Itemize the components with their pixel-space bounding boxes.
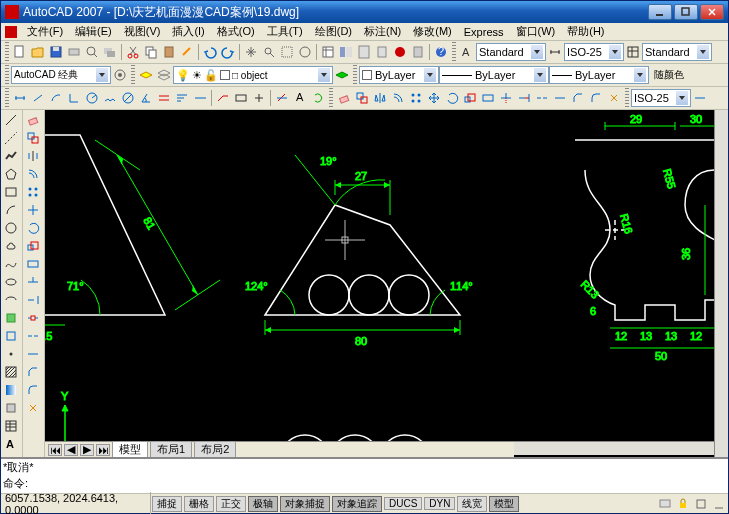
new-icon[interactable]: [11, 43, 29, 61]
explode-icon[interactable]: [605, 89, 623, 107]
centermark-icon[interactable]: [250, 89, 268, 107]
offset-icon[interactable]: [389, 89, 407, 107]
ws-settings-icon[interactable]: [111, 66, 129, 84]
paste-icon[interactable]: [160, 43, 178, 61]
model-canvas[interactable]: 81 71° 2.5: [45, 110, 714, 441]
coords-display[interactable]: 6057.1538, 2024.6413, 0.0000: [1, 492, 151, 515]
stretch2-icon[interactable]: [24, 255, 42, 273]
tab-first-button[interactable]: ⏮: [48, 444, 62, 456]
arc-icon[interactable]: [2, 201, 20, 219]
clean-icon[interactable]: [710, 495, 728, 513]
dimradius-icon[interactable]: [83, 89, 101, 107]
toolbar-handle[interactable]: [329, 88, 333, 108]
dimlinear-icon[interactable]: [11, 89, 29, 107]
pline-icon[interactable]: [2, 147, 20, 165]
dimaligned-icon[interactable]: [29, 89, 47, 107]
toolbar-handle[interactable]: [5, 88, 9, 108]
hatch-icon[interactable]: [2, 363, 20, 381]
menu-view[interactable]: 视图(V): [118, 23, 167, 40]
ortho-toggle[interactable]: 正交: [216, 496, 246, 512]
array2-icon[interactable]: [24, 183, 42, 201]
zoom-realtime-icon[interactable]: [260, 43, 278, 61]
dimstyle-combo[interactable]: ISO-25: [564, 43, 624, 61]
tab-prev-button[interactable]: ◀: [64, 444, 78, 456]
scale-icon[interactable]: [461, 89, 479, 107]
tablestyle-icon[interactable]: [624, 43, 642, 61]
command-window[interactable]: *取消* 命令:: [1, 457, 728, 493]
dimangular-icon[interactable]: [137, 89, 155, 107]
line-icon[interactable]: [2, 111, 20, 129]
layer-prev-icon[interactable]: [333, 66, 351, 84]
menu-draw[interactable]: 绘图(D): [309, 23, 358, 40]
h-scrollbar[interactable]: [514, 441, 714, 455]
dimedit-icon[interactable]: [273, 89, 291, 107]
zoom-window-icon[interactable]: [278, 43, 296, 61]
point-icon[interactable]: [2, 345, 20, 363]
toolbar-handle[interactable]: [5, 42, 9, 62]
dimupdate-icon[interactable]: [309, 89, 327, 107]
chamfer-icon[interactable]: [569, 89, 587, 107]
textstyle-combo[interactable]: Standard: [476, 43, 546, 61]
region-icon[interactable]: [2, 399, 20, 417]
osnap-toggle[interactable]: 对象捕捉: [280, 496, 330, 512]
undo-icon[interactable]: [201, 43, 219, 61]
redo-icon[interactable]: [219, 43, 237, 61]
break-icon[interactable]: [533, 89, 551, 107]
dimstyle-combo2[interactable]: ISO-25: [631, 89, 691, 107]
mirror-icon[interactable]: [371, 89, 389, 107]
command-prompt[interactable]: 命令:: [3, 476, 726, 492]
dimbaseline-icon[interactable]: [173, 89, 191, 107]
dimjogged-icon[interactable]: [101, 89, 119, 107]
trim2-icon[interactable]: [24, 273, 42, 291]
titlebar[interactable]: AutoCAD 2007 - [D:\庆艺机面漫漫CAD案例\19.dwg]: [1, 1, 728, 23]
dimordinate-icon[interactable]: [65, 89, 83, 107]
erase2-icon[interactable]: [24, 111, 42, 129]
extend2-icon[interactable]: [24, 291, 42, 309]
circle-icon[interactable]: [2, 219, 20, 237]
block-icon[interactable]: [2, 327, 20, 345]
cut-icon[interactable]: [124, 43, 142, 61]
color-combo[interactable]: ByLayer: [359, 66, 439, 84]
insert-icon[interactable]: [2, 309, 20, 327]
dimstyle-mgr-icon[interactable]: [691, 89, 709, 107]
snap-toggle[interactable]: 捕捉: [152, 496, 182, 512]
table-icon[interactable]: [2, 417, 20, 435]
minimize-button[interactable]: [648, 4, 672, 20]
lwt-toggle[interactable]: 线宽: [457, 496, 487, 512]
move-icon[interactable]: [425, 89, 443, 107]
close-button[interactable]: [700, 4, 724, 20]
tab-last-button[interactable]: ⏭: [96, 444, 110, 456]
calc-icon[interactable]: [409, 43, 427, 61]
tab-model[interactable]: 模型: [112, 441, 148, 457]
grid-toggle[interactable]: 栅格: [184, 496, 214, 512]
dyn-toggle[interactable]: DYN: [424, 497, 455, 510]
gradient-icon[interactable]: [2, 381, 20, 399]
toolbar-handle[interactable]: [353, 65, 357, 85]
lineweight-combo[interactable]: ByLayer: [549, 66, 649, 84]
save-icon[interactable]: [47, 43, 65, 61]
polygon-icon[interactable]: [2, 165, 20, 183]
tab-next-button[interactable]: ▶: [80, 444, 94, 456]
leader-icon[interactable]: [214, 89, 232, 107]
help-icon[interactable]: ?: [432, 43, 450, 61]
copy2-icon[interactable]: [353, 89, 371, 107]
stretch-icon[interactable]: [479, 89, 497, 107]
toolbar-handle[interactable]: [131, 65, 135, 85]
explode2-icon[interactable]: [24, 399, 42, 417]
menu-dimension[interactable]: 标注(N): [358, 23, 407, 40]
dimdiameter-icon[interactable]: [119, 89, 137, 107]
ducs-toggle[interactable]: DUCS: [384, 497, 422, 510]
menu-file[interactable]: 文件(F): [21, 23, 69, 40]
offset2-icon[interactable]: [24, 165, 42, 183]
menu-modify[interactable]: 修改(M): [407, 23, 458, 40]
xline-icon[interactable]: [2, 129, 20, 147]
fillet-icon[interactable]: [587, 89, 605, 107]
layer-combo[interactable]: 💡 ☀ 🔓 □ object: [173, 66, 333, 84]
polar-toggle[interactable]: 极轴: [248, 496, 278, 512]
tray-icon[interactable]: [692, 495, 710, 513]
join2-icon[interactable]: [24, 345, 42, 363]
layer-filter-icon[interactable]: [155, 66, 173, 84]
comm-icon[interactable]: [656, 495, 674, 513]
quickdim-icon[interactable]: [155, 89, 173, 107]
dimcontinue-icon[interactable]: [191, 89, 209, 107]
